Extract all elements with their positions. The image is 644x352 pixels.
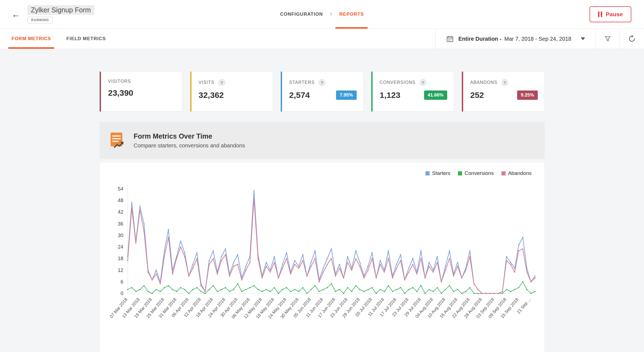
legend-label: Starters bbox=[432, 170, 451, 176]
legend-item-abandons[interactable]: Abandons bbox=[501, 170, 532, 176]
date-range-text: Entire Duration - Mar 7, 2018 - Sep 24, … bbox=[458, 36, 571, 42]
svg-text:12: 12 bbox=[118, 268, 123, 273]
legend-label: Abandons bbox=[508, 170, 532, 176]
pause-button-label: Pause bbox=[606, 11, 623, 18]
chart-section-header: Form Metrics Over Time Compare starters,… bbox=[100, 122, 545, 159]
tab-field-metrics-label: FIELD METRICS bbox=[66, 36, 106, 42]
section-title: Form Metrics Over Time bbox=[134, 132, 245, 140]
help-icon[interactable]: ? bbox=[218, 79, 225, 86]
svg-text:48: 48 bbox=[118, 198, 123, 203]
legend-item-conversions[interactable]: Conversions bbox=[458, 170, 494, 176]
legend-label: Conversions bbox=[465, 170, 494, 176]
metric-card-visitors: VISITORS ? 23,390 bbox=[100, 72, 182, 112]
chart-card: Starters Conversions Abandons 0612182430… bbox=[100, 162, 545, 352]
metric-card-visits: VISITS ? 32,362 bbox=[190, 72, 273, 112]
help-icon[interactable]: ? bbox=[419, 79, 427, 86]
calendar-icon bbox=[446, 35, 454, 43]
tab-field-metrics[interactable]: FIELD METRICS bbox=[59, 29, 113, 49]
top-header: ← Zylker Signup Form RUNNING CONFIGURATI… bbox=[0, 0, 644, 29]
chart-legend: Starters Conversions Abandons bbox=[104, 169, 540, 178]
card-value: 23,390 bbox=[108, 88, 133, 98]
tab-form-metrics[interactable]: FORM METRICS bbox=[4, 29, 59, 49]
svg-text:36: 36 bbox=[118, 221, 123, 227]
breadcrumb-chevron-icon: › bbox=[330, 10, 332, 18]
legend-swatch-starters bbox=[425, 171, 430, 175]
svg-text:24: 24 bbox=[118, 244, 123, 250]
metric-card-abandons: ABANDONS ? 252 9.25% bbox=[462, 72, 545, 112]
filter-button[interactable] bbox=[596, 29, 620, 49]
active-nav-underline bbox=[335, 27, 368, 29]
form-title-block: Zylker Signup Form RUNNING bbox=[28, 5, 94, 23]
card-label: VISITS bbox=[199, 80, 214, 85]
card-badge: 41.66% bbox=[424, 90, 447, 100]
date-range-label: Entire Duration - bbox=[458, 36, 501, 42]
card-value: 2,574 bbox=[289, 90, 310, 100]
refresh-button[interactable] bbox=[620, 29, 644, 49]
tab-form-metrics-label: FORM METRICS bbox=[12, 36, 51, 42]
section-subtitle: Compare starters, conversions and abando… bbox=[134, 142, 245, 149]
svg-text:30: 30 bbox=[118, 233, 123, 238]
card-value: 32,362 bbox=[199, 90, 224, 100]
card-badge: 7.95% bbox=[336, 90, 356, 100]
card-label: VISITORS bbox=[108, 79, 131, 84]
page-title[interactable]: Zylker Signup Form bbox=[28, 5, 94, 15]
active-tab-underline bbox=[8, 47, 54, 49]
card-label: STARTERS bbox=[289, 80, 315, 85]
tab-bar: FORM METRICS FIELD METRICS Entire Durati… bbox=[0, 29, 644, 49]
back-arrow-icon[interactable]: ← bbox=[12, 10, 20, 19]
filter-funnel-icon bbox=[604, 35, 611, 42]
legend-item-starters[interactable]: Starters bbox=[425, 170, 451, 176]
help-icon[interactable]: ? bbox=[318, 79, 326, 86]
toolbar-right: Entire Duration - Mar 7, 2018 - Sep 24, … bbox=[435, 29, 644, 49]
svg-text:18: 18 bbox=[118, 256, 123, 261]
metric-cards-row: VISITORS ? 23,390 VISITS ? 32,362 bbox=[100, 72, 545, 112]
card-label: CONVERSIONS bbox=[380, 80, 416, 85]
pause-button[interactable]: Pause bbox=[590, 6, 631, 22]
date-range-value: Mar 7, 2018 - Sep 24, 2018 bbox=[504, 36, 572, 42]
metric-card-starters: STARTERS ? 2,574 7.95% bbox=[281, 72, 364, 112]
date-range-selector[interactable]: Entire Duration - Mar 7, 2018 - Sep 24, … bbox=[435, 29, 596, 49]
svg-text:6: 6 bbox=[120, 279, 123, 285]
svg-text:54: 54 bbox=[118, 186, 123, 192]
legend-swatch-conversions bbox=[458, 171, 462, 175]
metric-card-conversions: CONVERSIONS ? 1,123 41.66% bbox=[371, 72, 454, 112]
svg-text:42: 42 bbox=[118, 209, 123, 215]
main-content: VISITORS ? 23,390 VISITS ? 32,362 bbox=[0, 49, 644, 352]
refresh-icon bbox=[628, 35, 636, 43]
breadcrumb: CONFIGURATION › REPORTS bbox=[280, 0, 364, 29]
card-value: 1,123 bbox=[380, 90, 400, 100]
nav-reports[interactable]: REPORTS bbox=[339, 12, 364, 17]
nav-configuration[interactable]: CONFIGURATION bbox=[280, 12, 323, 17]
card-badge: 9.25% bbox=[517, 90, 537, 100]
card-label: ABANDONS bbox=[470, 80, 498, 85]
card-value: 252 bbox=[470, 90, 484, 100]
metrics-line-chart: 06121824303642485407 Mar 201813 Mar 2018… bbox=[104, 178, 541, 348]
svg-text:0: 0 bbox=[120, 291, 123, 296]
form-metrics-report-icon bbox=[109, 132, 126, 149]
chevron-down-icon bbox=[581, 37, 585, 40]
help-icon[interactable]: ? bbox=[501, 79, 508, 86]
pause-icon bbox=[598, 12, 602, 17]
status-badge: RUNNING bbox=[28, 17, 53, 23]
nav-reports-wrap[interactable]: REPORTS bbox=[339, 0, 364, 29]
legend-swatch-abandons bbox=[501, 171, 506, 175]
